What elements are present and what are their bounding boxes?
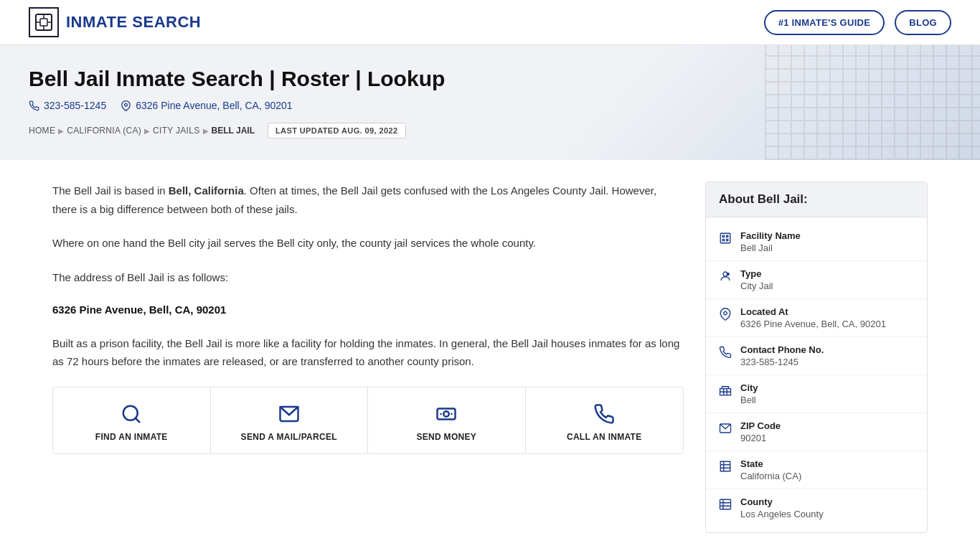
state-icon [719, 460, 732, 475]
send-mail-card[interactable]: SEND A MAIL/PARCEL [211, 387, 369, 453]
type-content: Type City Jail [740, 268, 773, 291]
send-money-card[interactable]: SEND MONEY [368, 387, 526, 453]
county-value: Los Angeles County [740, 509, 824, 519]
svg-rect-16 [727, 240, 728, 241]
hero-phone-text: 323-585-1245 [44, 100, 106, 111]
info-row-type: Type City Jail [706, 261, 927, 299]
state-label: State [740, 458, 801, 469]
logo-link[interactable]: INMATE SEARCH [29, 7, 201, 37]
state-value: California (CA) [740, 471, 801, 481]
facility-name-value: Bell Jail [740, 242, 801, 253]
type-icon [719, 270, 732, 285]
last-updated: LAST UPDATED AUG. 09, 2022 [268, 123, 406, 138]
state-content: State California (CA) [740, 458, 801, 481]
logo-text: INMATE SEARCH [66, 13, 201, 32]
paragraph-1: The Bell Jail is based in Bell, Californ… [52, 182, 684, 218]
right-column: About Bell Jail: Facility Na [705, 182, 928, 533]
about-card-body: Facility Name Bell Jail Type [706, 217, 927, 532]
address-block: 6326 Pine Avenue, Bell, CA, 90201 [52, 302, 684, 319]
inmates-guide-button[interactable]: #1 INMATE'S GUIDE [764, 10, 885, 35]
sep1: ▶ [58, 127, 64, 135]
phone-label: Contact Phone No. [740, 344, 824, 355]
facility-name-label: Facility Name [740, 230, 801, 241]
about-card-header: About Bell Jail: [706, 182, 927, 217]
city-icon [719, 384, 732, 399]
svg-point-6 [125, 103, 128, 106]
zip-icon [719, 422, 732, 437]
breadcrumb-home[interactable]: HOME [29, 126, 55, 136]
svg-rect-1 [40, 19, 47, 26]
search-icon [121, 403, 142, 425]
location-label: Located At [740, 306, 886, 317]
mail-icon [278, 403, 300, 425]
county-icon [719, 498, 732, 513]
call-inmate-label: CALL AN INMATE [567, 432, 642, 442]
info-row-county: County Los Angeles County [706, 489, 927, 527]
paragraph-2: Where on one hand the Bell city jail ser… [52, 234, 684, 253]
header: INMATE SEARCH #1 INMATE'S GUIDE BLOG [0, 0, 980, 45]
info-row-state: State California (CA) [706, 451, 927, 489]
phone-icon [593, 403, 615, 425]
money-icon [435, 403, 457, 425]
article-text: The Bell Jail is based in Bell, Californ… [52, 182, 684, 286]
article-text-2: Built as a prison facility, the Bell Jai… [52, 334, 684, 371]
zip-content: ZIP Code 90201 [740, 420, 781, 443]
info-row-location: Located At 6326 Pine Avenue, Bell, CA, 9… [706, 299, 927, 337]
svg-rect-25 [720, 499, 731, 509]
info-row-phone: Contact Phone No. 323-585-1245 [706, 337, 927, 375]
sep3: ▶ [203, 127, 209, 135]
svg-point-18 [727, 273, 729, 276]
svg-rect-12 [720, 233, 730, 243]
phone-value: 323-585-1245 [740, 357, 824, 367]
county-content: County Los Angeles County [740, 496, 824, 519]
building-icon [719, 232, 732, 247]
hero-address-text: 6326 Pine Avenue, Bell, CA, 90201 [136, 100, 292, 111]
location-icon [719, 308, 732, 323]
zip-label: ZIP Code [740, 420, 781, 431]
svg-rect-13 [722, 235, 724, 237]
zip-value: 90201 [740, 433, 781, 443]
type-value: City Jail [740, 281, 773, 291]
contact-phone-icon [719, 346, 732, 361]
about-card: About Bell Jail: Facility Na [705, 182, 928, 533]
svg-point-11 [444, 411, 450, 417]
hero-background [765, 45, 980, 160]
city-label: City [740, 382, 758, 393]
call-inmate-card[interactable]: CALL AN INMATE [526, 387, 684, 453]
info-row-zip: ZIP Code 90201 [706, 413, 927, 451]
county-label: County [740, 496, 824, 507]
svg-point-19 [724, 311, 727, 315]
city-content: City Bell [740, 382, 758, 405]
logo-icon [29, 7, 59, 37]
paragraph-3: The address of Bell Jail is as follows: [52, 268, 684, 287]
header-nav: #1 INMATE'S GUIDE BLOG [764, 10, 951, 35]
svg-rect-15 [722, 240, 724, 241]
para1-prefix: The Bell Jail is based in [52, 184, 169, 197]
hero-phone: 323-585-1245 [29, 100, 106, 111]
find-inmate-card[interactable]: FIND AN INMATE [53, 387, 211, 453]
facility-name-content: Facility Name Bell Jail [740, 230, 801, 253]
phone-content: Contact Phone No. 323-585-1245 [740, 344, 824, 367]
paragraph-4: Built as a prison facility, the Bell Jai… [52, 334, 684, 371]
info-row-facility: Facility Name Bell Jail [706, 223, 927, 261]
info-row-city: City Bell [706, 375, 927, 413]
action-cards: FIND AN INMATE SEND A MAIL/PARCEL SEND M… [52, 387, 684, 454]
svg-line-8 [136, 418, 139, 421]
breadcrumb-current: BELL JAIL [212, 126, 255, 136]
type-label: Type [740, 268, 773, 279]
sep2: ▶ [144, 127, 150, 135]
breadcrumb-city-jails[interactable]: CITY JAILS [153, 126, 199, 136]
main-content: The Bell Jail is based in Bell, Californ… [24, 160, 956, 551]
para1-bold: Bell, California [169, 184, 244, 197]
location-content: Located At 6326 Pine Avenue, Bell, CA, 9… [740, 306, 886, 329]
breadcrumb-california[interactable]: CALIFORNIA (CA) [67, 126, 141, 136]
location-value: 6326 Pine Avenue, Bell, CA, 90201 [740, 319, 886, 329]
city-value: Bell [740, 395, 758, 405]
find-inmate-label: FIND AN INMATE [95, 432, 168, 442]
left-column: The Bell Jail is based in Bell, Californ… [52, 182, 684, 533]
send-mail-label: SEND A MAIL/PARCEL [241, 432, 337, 442]
blog-button[interactable]: BLOG [895, 10, 951, 35]
hero-banner: Bell Jail Inmate Search | Roster | Looku… [0, 45, 980, 160]
svg-rect-14 [727, 235, 728, 237]
hero-address: 6326 Pine Avenue, Bell, CA, 90201 [121, 100, 292, 111]
